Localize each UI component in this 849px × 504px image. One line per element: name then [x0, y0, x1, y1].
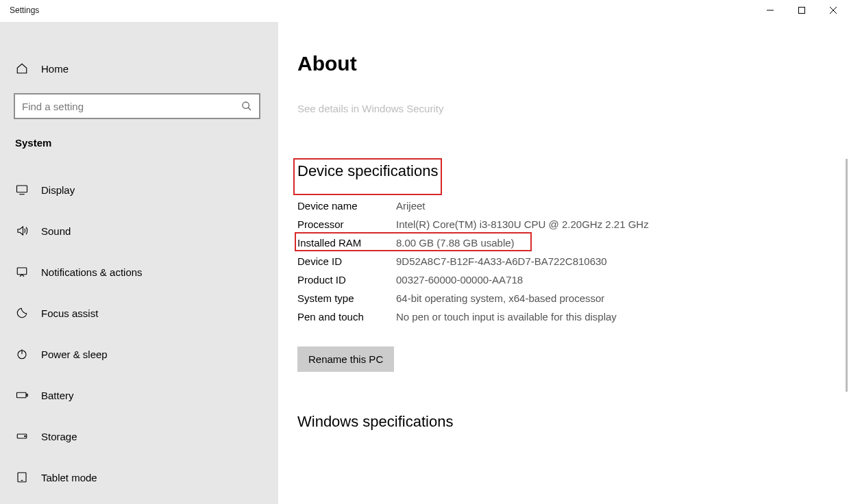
svg-point-14 [25, 436, 26, 437]
svg-point-4 [243, 102, 249, 108]
sidebar-item-label: Battery [41, 390, 74, 401]
svg-rect-11 [17, 392, 27, 398]
content: About See details in Windows Security De… [278, 22, 849, 504]
spec-label: Device ID [297, 255, 396, 267]
window-title: Settings [0, 0, 39, 15]
security-link[interactable]: See details in Windows Security [297, 103, 849, 114]
storage-icon [15, 429, 29, 443]
scrollbar[interactable] [846, 159, 848, 392]
sidebar: Home System Display Sound [0, 22, 278, 504]
rename-pc-button[interactable]: Rename this PC [297, 346, 394, 372]
sidebar-item-tablet-mode[interactable]: Tablet mode [0, 457, 278, 498]
window-controls [754, 0, 849, 21]
spec-value: 9D52A8C7-B12F-4A33-A6D7-BA722C810630 [396, 255, 607, 267]
spec-row-product-id: Product ID 00327-60000-00000-AA718 [297, 270, 849, 289]
spec-value: Arijeet [396, 200, 426, 212]
sidebar-item-label: Power & sleep [41, 349, 108, 360]
spec-label: System type [297, 292, 396, 304]
sidebar-item-label: Tablet mode [41, 472, 97, 483]
windows-spec-heading: Windows specifications [297, 413, 849, 431]
spec-value: 00327-60000-00000-AA718 [396, 274, 523, 286]
sidebar-item-label: Display [41, 184, 75, 196]
svg-rect-6 [17, 186, 27, 192]
svg-line-5 [248, 108, 251, 110]
tablet-icon [15, 470, 29, 484]
minimize-button[interactable] [754, 0, 786, 21]
power-icon [15, 347, 29, 361]
search-input[interactable] [22, 101, 241, 112]
spec-label: Pen and touch [297, 311, 396, 323]
home-label: Home [41, 63, 69, 75]
nav-list: Display Sound Notifications & actions Fo… [0, 157, 278, 498]
close-button[interactable] [817, 0, 849, 21]
sidebar-item-focus-assist[interactable]: Focus assist [0, 292, 278, 333]
focus-assist-icon [15, 306, 29, 320]
sidebar-item-label: Sound [41, 225, 71, 237]
sidebar-item-notifications[interactable]: Notifications & actions [0, 251, 278, 292]
svg-rect-12 [27, 394, 28, 396]
spec-row-installed-ram: Installed RAM 8.00 GB (7.88 GB usable) [297, 234, 849, 252]
home-icon [15, 62, 29, 75]
spec-value: 8.00 GB (7.88 GB usable) [396, 237, 515, 249]
device-spec-heading: Device specifications [297, 162, 438, 180]
spec-row-device-id: Device ID 9D52A8C7-B12F-4A33-A6D7-BA722C… [297, 252, 849, 270]
sidebar-item-label: Storage [41, 431, 77, 442]
spec-row-system-type: System type 64-bit operating system, x64… [297, 289, 849, 307]
home-nav[interactable]: Home [0, 52, 278, 85]
section-label: System [0, 119, 278, 157]
sidebar-item-label: Focus assist [41, 307, 98, 319]
battery-icon [15, 388, 29, 402]
spec-value: Intel(R) Core(TM) i3-8130U CPU @ 2.20GHz… [396, 218, 649, 230]
sound-icon [15, 224, 29, 238]
svg-rect-8 [17, 268, 27, 275]
sidebar-item-label: Notifications & actions [41, 266, 143, 278]
titlebar: Settings [0, 0, 849, 22]
spec-row-pen-touch: Pen and touch No pen or touch input is a… [297, 307, 849, 326]
notifications-icon [15, 265, 29, 279]
spec-label: Processor [297, 218, 396, 230]
sidebar-item-sound[interactable]: Sound [0, 210, 278, 251]
sidebar-item-display[interactable]: Display [0, 169, 278, 210]
spec-label: Device name [297, 200, 396, 212]
sidebar-item-battery[interactable]: Battery [0, 375, 278, 416]
page-title: About [297, 52, 849, 75]
spec-value: No pen or touch input is available for t… [396, 311, 617, 323]
spec-label: Product ID [297, 274, 396, 286]
sidebar-item-storage[interactable]: Storage [0, 416, 278, 457]
search-icon [241, 101, 252, 112]
display-icon [15, 183, 29, 197]
svg-rect-1 [799, 8, 805, 14]
search-box[interactable] [14, 93, 260, 119]
spec-row-processor: Processor Intel(R) Core(TM) i3-8130U CPU… [297, 215, 849, 234]
spec-label: Installed RAM [297, 237, 396, 249]
spec-value: 64-bit operating system, x64-based proce… [396, 292, 604, 304]
sidebar-item-power-sleep[interactable]: Power & sleep [0, 333, 278, 375]
spec-table: Device name Arijeet Processor Intel(R) C… [297, 197, 849, 326]
maximize-button[interactable] [786, 0, 817, 21]
spec-row-device-name: Device name Arijeet [297, 197, 849, 215]
